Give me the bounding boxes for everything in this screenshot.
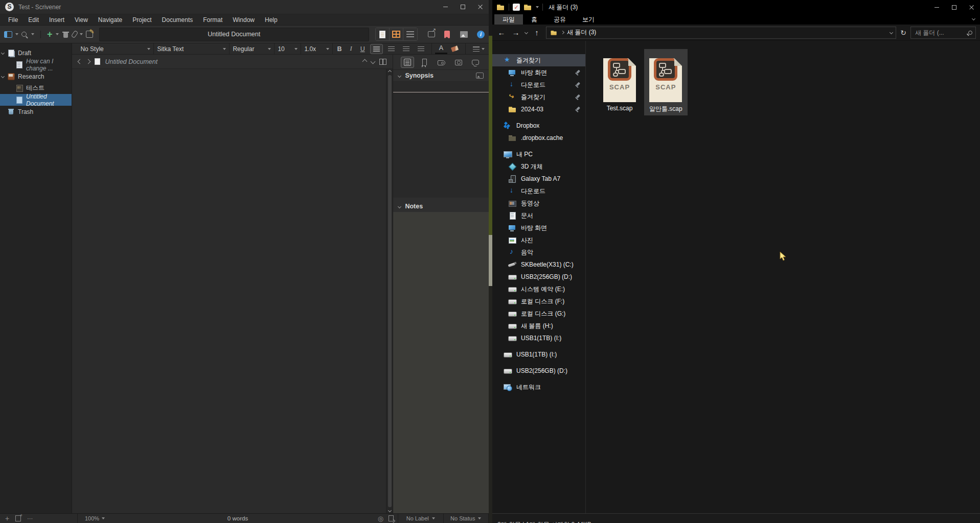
address-dropdown[interactable] (890, 31, 893, 34)
sidebar-item[interactable]: 동영상 (492, 197, 585, 209)
corkboard-view-button[interactable] (390, 28, 403, 40)
synopsis-collapse-icon[interactable] (398, 74, 401, 77)
file-item[interactable]: SCAPTest.scap (598, 49, 641, 114)
move-to-trash-button[interactable] (62, 31, 70, 38)
chevron-down-icon[interactable] (1, 75, 5, 78)
menu-insert[interactable]: Insert (44, 14, 70, 25)
binder-more-button[interactable]: ⋯ (27, 515, 33, 522)
file-item[interactable]: SCAP알만툴.scap (644, 49, 688, 115)
minimize-button[interactable] (437, 0, 454, 14)
scroll-down-icon[interactable] (388, 509, 392, 512)
file-list-area[interactable]: SCAPTest.scapSCAP알만툴.scap (586, 41, 980, 513)
paperclip-dropdown[interactable] (80, 33, 83, 35)
add-item-button[interactable]: + (47, 31, 53, 38)
close-button[interactable] (471, 0, 489, 14)
paperclip-icon[interactable] (71, 30, 78, 38)
document-view-button[interactable] (376, 28, 390, 40)
explorer-close-button[interactable] (963, 0, 980, 14)
sidebar-item[interactable]: 문서 (492, 209, 585, 222)
search-icon[interactable] (21, 32, 27, 37)
address-bar[interactable]: 새 폴더 (3) (546, 27, 896, 39)
inspector-tab-metadata[interactable] (435, 58, 448, 67)
sidebar-item[interactable]: 바탕 화면 (492, 66, 585, 79)
italic-button[interactable]: I (346, 43, 356, 54)
sidebar-item[interactable]: SKBeetle(X31) (C:) (492, 258, 585, 271)
synopsis-card[interactable] (393, 81, 489, 198)
search-box[interactable] (910, 27, 976, 39)
menu-documents[interactable]: Documents (157, 14, 198, 25)
synopsis-section-header[interactable]: Synopsis (393, 70, 489, 81)
status-select[interactable]: No Status (444, 514, 489, 523)
sidebar-item[interactable]: USB2(256GB) (D:) (492, 365, 585, 377)
split-editor-icon[interactable] (379, 59, 386, 65)
search-dropdown[interactable] (31, 33, 34, 35)
writing-target-icon[interactable]: ◎ (378, 516, 383, 521)
sidebar-item[interactable]: USB1(1TB) (I:) (492, 332, 585, 344)
menu-format[interactable]: Format (198, 14, 227, 25)
sidebar-item[interactable]: 로컬 디스크 (G:) (492, 307, 585, 320)
sidebar-item[interactable]: 2024-03 (492, 103, 585, 115)
binder-item[interactable]: Trash (0, 106, 72, 117)
add-folder-icon[interactable] (15, 515, 21, 521)
forward-button[interactable]: → (511, 28, 521, 37)
quick-access-properties-icon[interactable]: ✓ (513, 4, 520, 11)
binder-toggle-icon[interactable] (4, 31, 12, 38)
sidebar-item[interactable]: USB2(256GB) (D:) (492, 271, 585, 283)
quick-access-newfolder-icon[interactable] (523, 3, 532, 11)
scroll-up-icon[interactable] (388, 70, 392, 74)
editor-next-doc-button[interactable] (371, 59, 376, 64)
breadcrumb-chevron-icon[interactable] (561, 31, 564, 34)
ribbon-tab-공유[interactable]: 공유 (545, 14, 574, 25)
sidebar-item[interactable]: 시스템 예약 (E:) (492, 283, 585, 295)
menu-view[interactable]: View (70, 14, 93, 25)
inspector-tab-snapshots[interactable] (452, 58, 465, 67)
menu-window[interactable]: Window (227, 14, 260, 25)
sidebar-item[interactable]: 사진 (492, 234, 585, 246)
label-select[interactable]: No Label (398, 514, 444, 523)
menu-file[interactable]: File (3, 14, 23, 25)
ribbon-tab-홈[interactable]: 홈 (523, 14, 545, 25)
highlight-button[interactable] (447, 43, 462, 54)
ribbon-tab-보기[interactable]: 보기 (574, 14, 603, 25)
editor-text-area[interactable] (72, 69, 393, 513)
menu-project[interactable]: Project (127, 14, 156, 25)
inspector-tab-bookmarks[interactable] (419, 57, 430, 67)
binder-item[interactable]: Untitled Document (0, 94, 72, 106)
align-center-button[interactable] (384, 43, 399, 54)
inspector-tab-notes[interactable] (401, 57, 414, 68)
inspector-info-icon[interactable]: i (477, 31, 485, 38)
quick-export-icon[interactable] (389, 515, 394, 521)
scrollbar-thumb[interactable] (388, 75, 392, 507)
recent-locations-dropdown[interactable] (525, 31, 528, 34)
sidebar-item[interactable]: Galaxy Tab A7 (492, 173, 585, 185)
sidebar-item[interactable]: 네트워크 (492, 381, 585, 393)
menu-navigate[interactable]: Navigate (93, 14, 127, 25)
editor-back-button[interactable] (78, 59, 83, 64)
sidebar-item[interactable]: 즐겨찾기 (492, 91, 585, 103)
ribbon-tab-파일[interactable]: 파일 (494, 14, 523, 25)
add-item-dropdown[interactable] (56, 33, 59, 35)
sidebar-item[interactable]: 새 볼륨 (H:) (492, 320, 585, 332)
synopsis-image-icon[interactable] (476, 73, 484, 79)
sidebar-item[interactable]: 3D 개체 (492, 160, 585, 173)
sidebar-item[interactable]: 음악 (492, 246, 585, 258)
bookmark-icon[interactable] (444, 31, 450, 38)
text-color-button[interactable]: A (435, 43, 447, 54)
editor-forward-button[interactable] (86, 59, 91, 64)
quick-reference-icon[interactable] (460, 31, 468, 38)
up-button[interactable]: ↑ (532, 28, 542, 37)
sidebar-item[interactable]: 내 PC (492, 148, 585, 160)
add-document-button[interactable]: + (5, 516, 9, 521)
explorer-maximize-button[interactable] (945, 0, 963, 14)
outline-view-button[interactable] (403, 28, 417, 40)
chevron-down-icon[interactable] (1, 51, 5, 55)
editor-prev-doc-button[interactable] (362, 59, 368, 64)
style-select[interactable]: No Style (77, 43, 154, 54)
address-path[interactable]: 새 폴더 (3) (567, 28, 887, 37)
ribbon-expand-icon[interactable] (972, 17, 975, 20)
font-size-select[interactable]: 10 (275, 43, 301, 54)
align-justify-button[interactable] (399, 43, 414, 54)
explorer-minimize-button[interactable] (928, 0, 945, 14)
bold-button[interactable]: B (333, 43, 346, 54)
sidebar-item[interactable]: Dropbox (492, 120, 585, 132)
